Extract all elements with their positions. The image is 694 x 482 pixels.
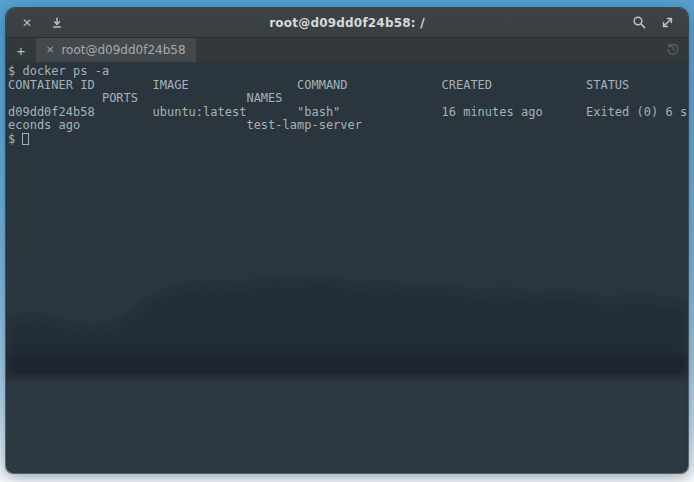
window-title: root@d09dd0f24b58: / (269, 16, 425, 30)
terminal-line: econds ago test-lamp-server (8, 119, 688, 133)
terminal-output: $ docker ps -aCONTAINER ID IMAGE COMMAND… (8, 65, 688, 146)
close-window-button[interactable]: ✕ (16, 12, 38, 34)
download-icon (50, 16, 64, 30)
search-button[interactable] (628, 12, 650, 34)
terminal-prompt: $ (8, 133, 22, 147)
tabbar: + ✕ root@d09dd0f24b58: / (6, 38, 688, 62)
plus-icon: + (17, 42, 26, 59)
terminal-line: d09dd0f24b58 ubuntu:latest "bash" 16 min… (8, 106, 688, 120)
titlebar: ✕ root@d09dd0f24b58: / (6, 8, 688, 38)
titlebar-right-controls (628, 12, 688, 34)
history-icon (666, 42, 680, 59)
terminal-lines: $ docker ps -aCONTAINER ID IMAGE COMMAND… (8, 65, 688, 133)
close-icon: ✕ (22, 17, 32, 29)
tabbar-spacer (196, 38, 658, 62)
terminal[interactable]: $ docker ps -aCONTAINER ID IMAGE COMMAND… (6, 62, 688, 473)
terminal-line: CONTAINER ID IMAGE COMMAND CREATED STATU… (8, 79, 688, 93)
terminal-cursor (22, 133, 29, 145)
tab-active[interactable]: ✕ root@d09dd0f24b58: / (36, 38, 196, 62)
tab-close-icon[interactable]: ✕ (46, 45, 54, 55)
search-icon (632, 15, 647, 30)
resize-button[interactable] (656, 12, 678, 34)
terminal-line: PORTS NAMES (8, 92, 688, 106)
terminal-prompt-line: $ (8, 133, 688, 147)
history-button[interactable] (658, 38, 688, 62)
tab-label: root@d09dd0f24b58: / (61, 43, 186, 57)
resize-icon (660, 15, 675, 30)
terminal-window: ✕ root@d09dd0f24b58: / (6, 8, 688, 473)
download-button[interactable] (46, 12, 68, 34)
titlebar-left-controls: ✕ (6, 12, 68, 34)
new-tab-button[interactable]: + (6, 38, 36, 62)
desktop-wallpaper: { "window": { "title": "root@d09dd0f24b5… (0, 0, 694, 482)
terminal-line: $ docker ps -a (8, 65, 688, 79)
